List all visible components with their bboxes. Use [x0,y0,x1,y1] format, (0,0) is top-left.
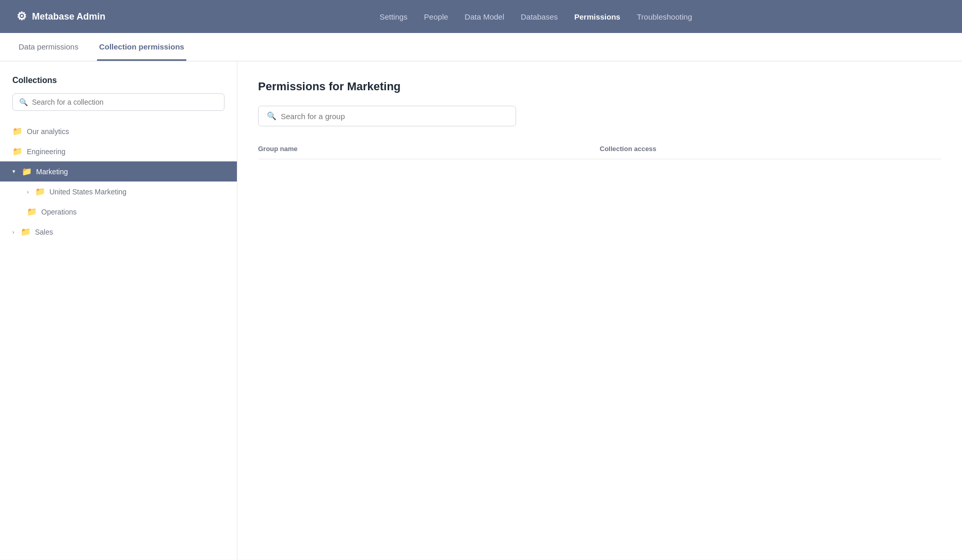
collection-item-united-states-marketing[interactable]: ›📁United States Marketing [0,182,237,202]
brand-label: Metabase Admin [32,11,105,22]
collection-search-box[interactable]: 🔍 [12,93,225,111]
collection-item-operations[interactable]: 📁Operations [0,202,237,222]
chevron-right-icon: › [27,189,29,195]
tab-collection-permissions[interactable]: Collection permissions [97,33,186,61]
tabs-bar: Data permissionsCollection permissions [0,33,962,61]
group-search-input[interactable] [281,112,507,121]
collection-item-marketing[interactable]: ▾📁Marketing [0,161,237,182]
sidebar-title: Collections [0,76,237,93]
header-nav-settings[interactable]: Settings [379,10,407,23]
sidebar: Collections 🔍 📁Our analytics📁Engineering… [0,61,237,559]
content-area: Permissions for Marketing 🔍 Group name C… [237,61,962,559]
group-search-box[interactable]: 🔍 [258,106,516,126]
collection-search-input[interactable] [32,98,218,106]
chevron-right-icon: › [12,229,14,235]
col-group-header: Group name [258,141,600,159]
collection-label: Our analytics [27,127,69,136]
chevron-down-icon: ▾ [12,168,15,175]
folder-icon: 📁 [27,207,37,217]
folder-icon: 📁 [12,126,23,136]
folder-icon: 📁 [22,167,32,176]
collection-label: Engineering [27,147,66,156]
main-layout: Collections 🔍 📁Our analytics📁Engineering… [0,61,962,559]
header-nav-permissions[interactable]: Permissions [574,10,620,23]
header-nav-data-model[interactable]: Data Model [464,10,504,23]
header-nav-troubleshooting[interactable]: Troubleshooting [637,10,692,23]
collection-search-icon: 🔍 [19,98,28,106]
group-search-icon: 🔍 [267,111,277,121]
gear-icon: ⚙ [17,10,27,23]
collection-list: 📁Our analytics📁Engineering▾📁Marketing›📁U… [0,121,237,242]
collection-label: Sales [35,228,53,236]
folder-icon: 📁 [35,187,45,196]
tab-data-permissions[interactable]: Data permissions [17,33,81,61]
header-nav-databases[interactable]: Databases [521,10,558,23]
collection-label: Marketing [36,168,68,176]
collection-label: United States Marketing [50,188,126,196]
collection-item-engineering[interactable]: 📁Engineering [0,141,237,161]
collection-item-sales[interactable]: ›📁Sales [0,222,237,242]
content-title: Permissions for Marketing [258,80,941,93]
folder-icon: 📁 [12,146,23,156]
brand: ⚙ Metabase Admin [17,10,105,23]
permissions-table: Group name Collection access [258,141,941,159]
table-header-row: Group name Collection access [258,141,941,159]
header-nav-people[interactable]: People [424,10,448,23]
folder-icon: 📁 [21,227,31,237]
collection-label: Operations [41,208,76,216]
header: ⚙ Metabase Admin SettingsPeopleData Mode… [0,0,962,33]
header-nav: SettingsPeopleData ModelDatabasesPermiss… [126,10,945,23]
col-access-header: Collection access [600,141,941,159]
collection-item-our-analytics[interactable]: 📁Our analytics [0,121,237,141]
